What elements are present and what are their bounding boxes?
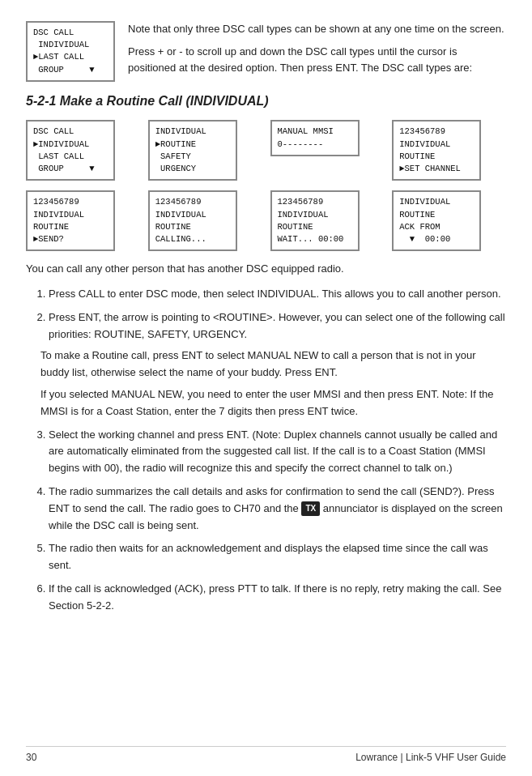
list-item-5: The radio then waits for an acknowledgem… <box>49 540 506 574</box>
list-item-2-subpara-2: If you selected MANUAL NEW, you need to … <box>40 386 506 420</box>
list-item-2-subpara-1: To make a Routine call, press ENT to sel… <box>40 347 506 382</box>
screen-line: ROUTINE <box>399 151 474 163</box>
page-footer: 30 Lowrance | Link-5 VHF User Guide <box>26 746 506 763</box>
page-container: Draft - Final Approval DSC CALL INDIVIDU… <box>0 0 532 776</box>
dsc-screen-6: 123456789 INDIVIDUAL ROUTINE CALLING... <box>148 190 237 251</box>
screen-line: INDIVIDUAL <box>155 209 230 221</box>
screen-line: INDIVIDUAL <box>278 209 352 221</box>
list-item-1-text: Press CALL to enter DSC mode, then selec… <box>49 288 501 300</box>
numbered-list: Press CALL to enter DSC mode, then selec… <box>40 286 506 615</box>
screen-line: WAIT... 00:00 <box>278 233 352 245</box>
list-item-2-text: Press ENT, the arrow is pointing to <ROU… <box>49 311 505 340</box>
list-item-3: Select the working channel and press ENT… <box>49 427 506 477</box>
screen-line: SAFETY <box>155 151 230 163</box>
screen-line: DSC CALL <box>33 27 108 39</box>
dsc-screen-8: INDIVIDUAL ROUTINE ACK FROM ▼ 00:00 <box>392 190 481 251</box>
section-heading: 5-2-1 Make a Routine Call (INDIVIDUAL) <box>26 94 506 109</box>
dsc-screen-1: DSC CALL ►INDIVIDUAL LAST CALL GROUP ▼ <box>26 120 115 181</box>
screen-line: ACK FROM <box>399 221 474 233</box>
screen-line: GROUP ▼ <box>33 64 108 76</box>
screen-line: INDIVIDUAL <box>155 126 230 138</box>
list-item-6: If the call is acknowledged (ACK), press… <box>49 581 506 615</box>
screen-item-7: 123456789 INDIVIDUAL ROUTINE WAIT... 00:… <box>270 190 385 251</box>
dsc-screen-7: 123456789 INDIVIDUAL ROUTINE WAIT... 00:… <box>270 190 360 251</box>
footer-brand: Lowrance | Link-5 VHF User Guide <box>355 752 506 763</box>
screen-line: 0-------- <box>278 139 352 151</box>
screen-item-4: 123456789 INDIVIDUAL ROUTINE ►SET CHANNE… <box>392 120 506 181</box>
list-item-4: The radio summarizes the call details an… <box>49 484 506 534</box>
screen-line: INDIVIDUAL <box>399 196 474 208</box>
list-item-6-text: If the call is acknowledged (ACK), press… <box>49 582 501 612</box>
screen-line: 123456789 <box>155 196 230 208</box>
screens-row-2: 123456789 INDIVIDUAL ROUTINE ►SEND? 1234… <box>26 190 506 251</box>
screen-line: INDIVIDUAL <box>33 39 108 51</box>
list-item-2: Press ENT, the arrow is pointing to <ROU… <box>49 309 506 420</box>
screen-line: CALLING... <box>155 233 230 245</box>
screen-line: INDIVIDUAL <box>399 139 474 151</box>
screen-item-8: INDIVIDUAL ROUTINE ACK FROM ▼ 00:00 <box>392 190 506 251</box>
screen-item-3: MANUAL MMSI 0-------- <box>270 120 385 181</box>
list-item-3-text: Select the working channel and press ENT… <box>49 429 497 475</box>
intro-para-2: Press + or - to scroll up and down the D… <box>128 44 506 76</box>
screen-line: LAST CALL <box>33 151 108 163</box>
screen-line: ROUTINE <box>33 221 108 233</box>
screen-line: GROUP ▼ <box>33 163 108 175</box>
screen-line: ▼ 00:00 <box>399 233 474 245</box>
screen-line: ►SEND? <box>33 233 108 245</box>
dsc-screen-2: INDIVIDUAL ►ROUTINE SAFETY URGENCY <box>148 120 237 181</box>
intro-section: DSC CALL INDIVIDUAL ►LAST CALL GROUP ▼ N… <box>26 21 506 83</box>
intro-text-block: Note that only three DSC call types can … <box>128 21 506 83</box>
intro-para-1: Note that only three DSC call types can … <box>128 21 506 37</box>
body-text-intro: You can call any other person that has a… <box>26 261 506 278</box>
screen-line: MANUAL MMSI <box>278 126 352 138</box>
screen-line: URGENCY <box>155 163 230 175</box>
tx-badge: TX <box>301 501 320 516</box>
screen-line: 123456789 <box>399 126 474 138</box>
screen-item-2: INDIVIDUAL ►ROUTINE SAFETY URGENCY <box>148 120 262 181</box>
dsc-screen-5: 123456789 INDIVIDUAL ROUTINE ►SEND? <box>26 190 115 251</box>
screen-item-5: 123456789 INDIVIDUAL ROUTINE ►SEND? <box>26 190 140 251</box>
top-dsc-screen: DSC CALL INDIVIDUAL ►LAST CALL GROUP ▼ <box>26 21 115 83</box>
screens-row-1: DSC CALL ►INDIVIDUAL LAST CALL GROUP ▼ I… <box>26 120 506 181</box>
dsc-screen-top: DSC CALL INDIVIDUAL ►LAST CALL GROUP ▼ <box>26 21 115 82</box>
screen-line: ROUTINE <box>399 209 474 221</box>
footer-page-number: 30 <box>26 752 36 763</box>
dsc-screen-4: 123456789 INDIVIDUAL ROUTINE ►SET CHANNE… <box>392 120 481 181</box>
screen-line: DSC CALL <box>33 126 108 138</box>
dsc-screen-3: MANUAL MMSI 0-------- <box>270 120 360 156</box>
screen-line: 123456789 <box>33 196 108 208</box>
list-item-1: Press CALL to enter DSC mode, then selec… <box>49 286 506 303</box>
screen-item-1: DSC CALL ►INDIVIDUAL LAST CALL GROUP ▼ <box>26 120 140 181</box>
screen-line: ►LAST CALL <box>33 51 108 63</box>
screen-line: ►ROUTINE <box>155 139 230 151</box>
screen-line: ROUTINE <box>278 221 352 233</box>
screen-line: ►INDIVIDUAL <box>33 139 108 151</box>
screen-line: ROUTINE <box>155 221 230 233</box>
list-item-5-text: The radio then waits for an acknowledgem… <box>49 542 488 571</box>
screen-line: INDIVIDUAL <box>33 209 108 221</box>
screen-line: ►SET CHANNEL <box>399 163 474 175</box>
screen-line: 123456789 <box>278 196 352 208</box>
screen-item-6: 123456789 INDIVIDUAL ROUTINE CALLING... <box>148 190 262 251</box>
